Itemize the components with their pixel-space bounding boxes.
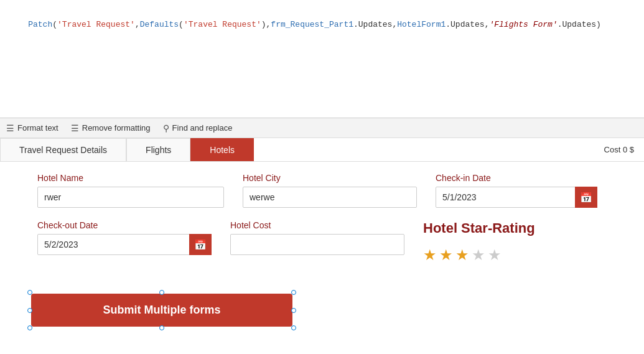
- calendar-icon: 📅: [580, 192, 592, 203]
- format-text-icon: ☰: [6, 123, 14, 133]
- star-rating-display: ★ ★ ★ ★ ★: [423, 246, 535, 264]
- checkout-calendar-button[interactable]: 📅: [189, 234, 212, 255]
- checkin-calendar-button[interactable]: 📅: [575, 187, 597, 208]
- submit-button-wrapper: Submit Multiple forms: [31, 294, 292, 327]
- find-replace-icon: ⚲: [163, 123, 169, 133]
- submit-section: Submit Multiple forms: [0, 287, 644, 333]
- hotel-name-label: Hotel Name: [37, 173, 224, 183]
- star-2[interactable]: ★: [439, 246, 453, 264]
- checkout-date-label: Check-out Date: [37, 220, 212, 230]
- code-editor[interactable]: Patch('Travel Request',Defaults('Travel …: [0, 0, 644, 118]
- remove-formatting-icon: ☰: [71, 123, 79, 133]
- tab-cost: Cost 0 $: [594, 138, 644, 161]
- checkout-date-group: Check-out Date 📅: [37, 220, 212, 255]
- find-replace-button[interactable]: ⚲ Find and replace: [163, 123, 233, 133]
- tab-bar: Travel Request Details Flights Hotels Co…: [0, 138, 644, 162]
- star-3[interactable]: ★: [455, 246, 469, 264]
- form-area: Hotel Name Hotel City Check-in Date 📅 Ch…: [0, 162, 644, 287]
- hotel-city-group: Hotel City: [243, 173, 417, 208]
- star-rating-group: Hotel Star-Rating ★ ★ ★ ★ ★: [423, 220, 535, 264]
- form-row-1: Hotel Name Hotel City Check-in Date 📅: [37, 173, 613, 208]
- hotel-name-group: Hotel Name: [37, 173, 224, 208]
- form-row-2: Check-out Date 📅 Hotel Cost Hotel Star-R…: [37, 220, 613, 264]
- calendar-icon-2: 📅: [194, 239, 207, 251]
- hotel-city-input[interactable]: [243, 187, 417, 208]
- star-5[interactable]: ★: [488, 246, 502, 264]
- tab-hotels[interactable]: Hotels: [190, 138, 254, 161]
- checkin-date-group: Check-in Date 📅: [436, 173, 597, 208]
- checkin-date-input[interactable]: [436, 187, 597, 208]
- remove-formatting-label: Remove formatting: [82, 123, 151, 133]
- find-replace-label: Find and replace: [172, 123, 233, 133]
- hotel-cost-label: Hotel Cost: [230, 220, 404, 230]
- hotel-cost-group: Hotel Cost: [230, 220, 404, 255]
- code-line: Patch('Travel Request',Defaults('Travel …: [9, 6, 635, 43]
- submit-button[interactable]: Submit Multiple forms: [31, 294, 292, 327]
- tab-flights[interactable]: Flights: [126, 138, 190, 161]
- tab-travel-request[interactable]: Travel Request Details: [0, 138, 126, 161]
- format-text-label: Format text: [17, 123, 58, 133]
- handle-bottom-right: [291, 325, 296, 330]
- toolbar: ☰ Format text ☰ Remove formatting ⚲ Find…: [0, 118, 644, 138]
- star-1[interactable]: ★: [423, 246, 437, 264]
- checkout-date-input[interactable]: [37, 234, 212, 255]
- star-rating-label: Hotel Star-Rating: [423, 220, 535, 236]
- checkin-date-wrapper: 📅: [436, 187, 597, 208]
- remove-formatting-button[interactable]: ☰ Remove formatting: [71, 123, 151, 133]
- hotel-city-label: Hotel City: [243, 173, 417, 183]
- hotel-name-input[interactable]: [37, 187, 224, 208]
- hotel-cost-input[interactable]: [230, 234, 404, 255]
- checkout-date-wrapper: 📅: [37, 234, 212, 255]
- format-text-button[interactable]: ☰ Format text: [6, 123, 58, 133]
- checkin-date-label: Check-in Date: [436, 173, 597, 183]
- star-4[interactable]: ★: [472, 246, 485, 264]
